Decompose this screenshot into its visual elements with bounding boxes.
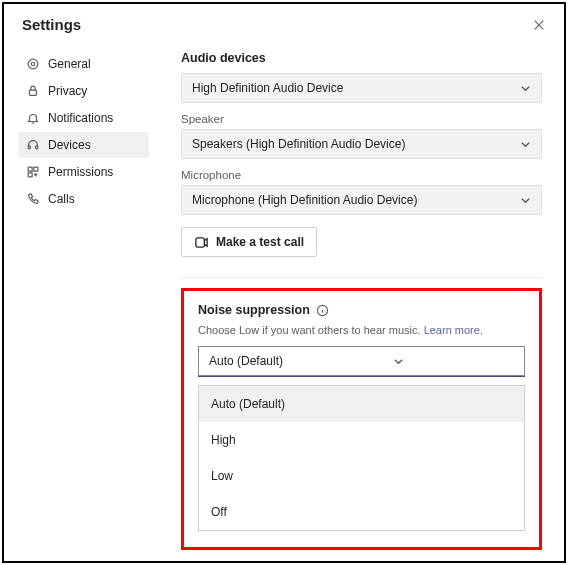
- svg-rect-4: [36, 146, 38, 149]
- sidebar-item-label: Calls: [48, 192, 75, 206]
- help-text: Choose Low if you want others to hear mu…: [198, 324, 421, 336]
- svg-rect-8: [196, 237, 204, 246]
- info-icon[interactable]: [316, 304, 329, 317]
- speaker-label: Speaker: [181, 113, 542, 125]
- sidebar: General Privacy Notifications Devices: [4, 41, 159, 560]
- noise-suppression-selected: Auto (Default): [209, 354, 283, 368]
- speaker-selected: Speakers (High Definition Audio Device): [192, 137, 405, 151]
- sidebar-item-general[interactable]: General: [18, 51, 149, 77]
- sidebar-item-permissions[interactable]: Permissions: [18, 159, 149, 185]
- sidebar-item-label: Privacy: [48, 84, 87, 98]
- microphone-selected: Microphone (High Definition Audio Device…: [192, 193, 417, 207]
- window-body: General Privacy Notifications Devices: [4, 41, 564, 560]
- sidebar-item-label: Permissions: [48, 165, 113, 179]
- sidebar-item-privacy[interactable]: Privacy: [18, 78, 149, 104]
- window-title: Settings: [22, 16, 81, 33]
- svg-point-1: [31, 62, 35, 66]
- svg-rect-5: [28, 167, 32, 171]
- chevron-down-icon: [520, 83, 531, 94]
- window-header: Settings: [4, 4, 564, 41]
- select-underline: [198, 376, 525, 377]
- svg-rect-7: [28, 173, 32, 177]
- dropdown-option-low[interactable]: Low: [199, 458, 524, 494]
- sidebar-item-label: Notifications: [48, 111, 113, 125]
- noise-suppression-dropdown: Auto (Default) High Low Off: [198, 385, 525, 531]
- microphone-select[interactable]: Microphone (High Definition Audio Device…: [181, 185, 542, 215]
- noise-suppression-title: Noise suppression: [198, 303, 310, 317]
- chevron-down-icon: [393, 356, 404, 367]
- dropdown-option-high[interactable]: High: [199, 422, 524, 458]
- noise-suppression-select[interactable]: Auto (Default): [198, 346, 525, 376]
- sidebar-item-calls[interactable]: Calls: [18, 186, 149, 212]
- test-call-label: Make a test call: [216, 235, 304, 249]
- noise-suppression-help: Choose Low if you want others to hear mu…: [198, 324, 525, 336]
- lock-icon: [26, 84, 40, 98]
- settings-window: Settings General Privacy: [2, 2, 566, 563]
- sidebar-item-label: Devices: [48, 138, 91, 152]
- audio-device-select[interactable]: High Definition Audio Device: [181, 73, 542, 103]
- svg-rect-2: [30, 90, 37, 95]
- svg-rect-6: [34, 167, 38, 171]
- close-button[interactable]: [532, 18, 546, 32]
- audio-device-selected: High Definition Audio Device: [192, 81, 343, 95]
- learn-more-link[interactable]: Learn more.: [424, 324, 483, 336]
- divider: [181, 277, 542, 278]
- sidebar-item-label: General: [48, 57, 91, 71]
- audio-devices-title: Audio devices: [181, 51, 542, 65]
- headset-icon: [26, 138, 40, 152]
- phone-icon: [26, 192, 40, 206]
- test-call-icon: [194, 235, 209, 250]
- dropdown-option-off[interactable]: Off: [199, 494, 524, 530]
- main-panel: Audio devices High Definition Audio Devi…: [159, 41, 564, 560]
- svg-point-0: [28, 59, 38, 69]
- sidebar-item-devices[interactable]: Devices: [18, 132, 149, 158]
- gear-icon: [26, 57, 40, 71]
- make-test-call-button[interactable]: Make a test call: [181, 227, 317, 257]
- chevron-down-icon: [520, 195, 531, 206]
- svg-rect-3: [28, 146, 30, 149]
- noise-suppression-header: Noise suppression: [198, 303, 525, 317]
- sidebar-item-notifications[interactable]: Notifications: [18, 105, 149, 131]
- microphone-label: Microphone: [181, 169, 542, 181]
- bell-icon: [26, 111, 40, 125]
- chevron-down-icon: [520, 139, 531, 150]
- apps-icon: [26, 165, 40, 179]
- noise-suppression-section: Noise suppression Choose Low if you want…: [181, 288, 542, 550]
- speaker-select[interactable]: Speakers (High Definition Audio Device): [181, 129, 542, 159]
- dropdown-option-auto[interactable]: Auto (Default): [199, 386, 524, 422]
